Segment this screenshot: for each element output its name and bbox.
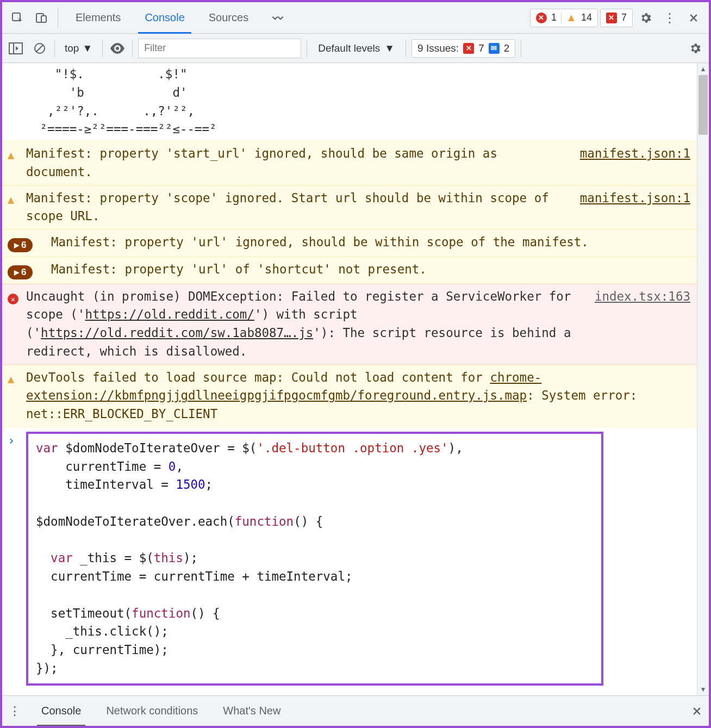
context-selector[interactable]: top ▼ — [60, 42, 97, 54]
message-text: Manifest: property 'start_url' ignored, … — [26, 145, 569, 182]
drawer-kebab-icon[interactable]: ⋮ — [9, 704, 21, 718]
scroll-thumb[interactable] — [698, 75, 708, 135]
chevron-down-icon: ▼ — [82, 42, 92, 54]
clear-console-icon[interactable] — [30, 39, 49, 58]
more-tabs-chevron-icon[interactable] — [263, 13, 293, 23]
warning-icon: ▲ — [566, 13, 577, 23]
warning-icon: ▲ — [8, 193, 14, 206]
warning-icon: ▲ — [8, 148, 14, 161]
error-icon: ✕ — [536, 13, 547, 23]
context-label: top — [65, 42, 79, 54]
scroll-down-arrow-icon[interactable]: ▼ — [697, 683, 709, 695]
console-toolbar: top ▼ Default levels ▼ 9 Issues: ✕ 7 ✉ 2 — [2, 34, 709, 63]
console-message: ▶ 6Manifest: property 'url' ignored, sho… — [2, 229, 697, 257]
drawer-tab-network-conditions[interactable]: Network conditions — [102, 696, 202, 726]
warning-count: 14 — [581, 12, 592, 23]
message-source-link[interactable]: index.tsx:163 — [595, 288, 690, 361]
svg-line-6 — [36, 45, 43, 52]
console-message: ▲Manifest: property 'start_url' ignored,… — [2, 141, 697, 185]
issue-error-count: 7 — [478, 42, 484, 54]
svg-rect-2 — [41, 16, 46, 22]
filter-input[interactable] — [138, 39, 301, 58]
console-output[interactable]: "!$. .$!" 'b d' ,²²'?,. .,?'²², ²====-≥²… — [2, 63, 697, 695]
message-text: DevTools failed to load source map: Coul… — [26, 369, 690, 424]
close-devtools-icon[interactable] — [683, 7, 704, 29]
repeat-count-pill[interactable]: ▶ 6 — [8, 265, 33, 279]
console-settings-gear-icon[interactable] — [686, 39, 704, 58]
drawer-tab-console[interactable]: Console — [37, 696, 85, 726]
drawer-tab-whats-new[interactable]: What's New — [219, 696, 285, 726]
error-warning-counts[interactable]: ✕ 1 ▲ 14 — [530, 9, 598, 27]
levels-label: Default levels — [318, 42, 380, 54]
scroll-up-arrow-icon[interactable]: ▲ — [697, 63, 709, 75]
ascii-art: "!$. .$!" 'b d' ,²²'?,. .,?'²², ²====-≥²… — [2, 63, 697, 141]
message-source-link[interactable]: manifest.json:1 — [580, 189, 690, 226]
error-count: 1 — [551, 12, 557, 23]
issues-label: 9 Issues: — [417, 42, 459, 54]
message-error-num: 7 — [621, 12, 627, 23]
console-message: ▶ 6Manifest: property 'url' of 'shortcut… — [2, 257, 697, 284]
panel-tabs: Elements Console Sources — [64, 2, 260, 33]
chevron-down-icon: ▼ — [384, 42, 395, 54]
drawer-tabs: ⋮ Console Network conditions What's New — [2, 695, 709, 726]
message-text: Manifest: property 'url' ignored, should… — [51, 233, 690, 253]
log-levels-selector[interactable]: Default levels ▼ — [313, 42, 400, 54]
inspect-icon[interactable] — [7, 7, 28, 29]
issues-badge[interactable]: 9 Issues: ✕ 7 ✉ 2 — [411, 39, 515, 58]
device-toggle-icon[interactable] — [30, 7, 52, 29]
console-message: ▲Manifest: property 'scope' ignored. Sta… — [2, 185, 697, 230]
live-expression-eye-icon[interactable] — [108, 39, 127, 58]
message-source-link[interactable]: manifest.json:1 — [580, 145, 690, 182]
message-error-icon: ✕ — [606, 13, 617, 23]
console-message: ✕Uncaught (in promise) DOMException: Fai… — [2, 284, 697, 365]
message-text: Manifest: property 'scope' ignored. Star… — [26, 189, 569, 226]
settings-gear-icon[interactable] — [635, 7, 657, 29]
error-icon: ✕ — [8, 294, 18, 304]
tab-elements[interactable]: Elements — [64, 2, 133, 33]
close-drawer-icon[interactable] — [691, 706, 702, 717]
kebab-menu-icon[interactable]: ⋮ — [659, 7, 681, 29]
prompt-chevron-icon: › — [8, 432, 26, 686]
console-input-row[interactable]: › var $domNodeToIterateOver = $('.del-bu… — [2, 427, 697, 690]
message-text: Uncaught (in promise) DOMException: Fail… — [26, 288, 584, 361]
console-message: ▲DevTools failed to load source map: Cou… — [2, 365, 697, 427]
warning-icon: ▲ — [8, 372, 14, 385]
svg-point-7 — [116, 47, 119, 50]
issue-error-icon: ✕ — [463, 43, 474, 54]
console-input-code[interactable]: var $domNodeToIterateOver = $('.del-butt… — [26, 432, 603, 686]
message-error-count[interactable]: ✕ 7 — [600, 9, 633, 27]
message-text: Manifest: property 'url' of 'shortcut' n… — [51, 260, 690, 280]
scrollbar[interactable]: ▲ ▼ — [697, 63, 709, 695]
issue-info-count: 2 — [504, 42, 510, 54]
repeat-count-pill[interactable]: ▶ 6 — [8, 238, 33, 252]
devtools-tabbar: Elements Console Sources ✕ 1 ▲ 14 ✕ 7 ⋮ — [2, 2, 709, 34]
sidebar-toggle-icon[interactable] — [7, 39, 25, 58]
tab-sources[interactable]: Sources — [197, 2, 260, 33]
tab-console[interactable]: Console — [133, 2, 196, 33]
issue-info-icon: ✉ — [489, 43, 500, 54]
divider — [58, 8, 58, 28]
